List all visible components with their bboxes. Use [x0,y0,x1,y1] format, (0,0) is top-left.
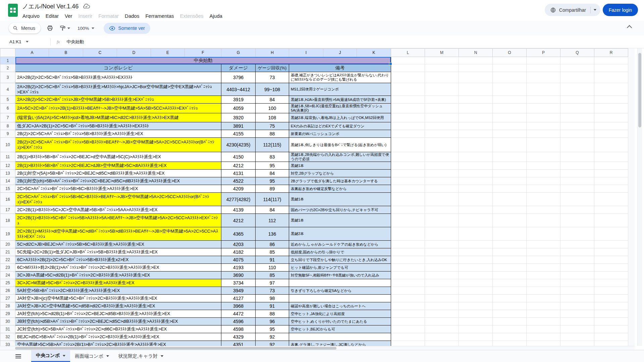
empty-cell[interactable] [493,64,527,72]
note-cell-r30[interactable]: 空中ヒット,めくりが付いたのでたまにあたる [289,318,391,325]
combo-cell-r33[interactable]: 空中A黒鍵>5C>5B>Aﾊﾟﾆｯｼｭ>2B(1)>Bﾊﾟﾆｯｼｭ>2C>Bｽﾗ… [15,341,221,346]
empty-cell[interactable] [425,214,459,227]
sheet-tab-3[interactable]: 状況限定,キャラ対 [114,350,168,362]
empty-cell[interactable] [560,333,594,341]
damage-cell-r28[interactable]: 3968 [221,302,256,310]
combo-cell-r15[interactable]: 2C>5C>Aﾊﾟﾆｯｼｭ>Bﾊﾟﾆｯｼｭ>5B>6C>Bｽﾗｽﾄ派生>Aｽﾗｽ… [15,185,221,193]
chevron-down-icon[interactable] [594,9,596,11]
empty-cell[interactable] [527,122,560,130]
damage-cell-r27[interactable]: 4127 [221,295,256,302]
damage-cell-r22[interactable]: 4075 [221,256,256,264]
empty-cell[interactable] [527,138,560,152]
formula-input[interactable]: 中央始動 [66,39,84,45]
empty-cell[interactable] [493,72,527,83]
empty-cell[interactable] [560,122,594,130]
note-cell-r23[interactable]: ヒット確認から,前ジャンプでも可 [289,264,391,272]
empty-cell[interactable] [560,152,594,162]
empty-cell[interactable] [459,57,493,64]
damage-cell-r9[interactable]: 4155 [221,130,256,138]
notes-header-cell[interactable]: 備考 [289,64,391,72]
empty-cell[interactable] [425,96,459,104]
gauge-cell-r19[interactable]: 136 [256,227,289,241]
empty-cell[interactable] [594,341,628,346]
gauge-cell-r14[interactable]: 95 [256,177,289,185]
empty-cell[interactable] [527,130,560,138]
row-header-24[interactable]: 24 [0,272,15,279]
column-header-K[interactable]: K [357,49,391,57]
empty-cell[interactable] [425,302,459,310]
row-header-29[interactable]: 29 [0,310,15,318]
empty-cell[interactable] [425,185,459,193]
row-header-1[interactable]: 1 [0,57,15,64]
empty-cell[interactable] [594,193,628,206]
combo-cell-r29[interactable]: JA対空(fch)>5C>dl2B(1)>Bﾊﾟﾆｯｼｭ>2C>BEJC>dl5… [15,310,221,318]
empty-cell[interactable] [425,170,459,177]
damage-cell-r17[interactable]: 4139 [221,206,256,214]
gauge-cell-r31[interactable]: 95 [256,325,289,333]
empty-cell[interactable] [527,256,560,264]
empty-cell[interactable] [459,227,493,241]
empty-cell[interactable] [493,214,527,227]
empty-cell[interactable] [459,241,493,248]
empty-cell[interactable] [425,64,459,72]
damage-cell-r23[interactable]: 4193 [221,264,256,272]
damage-cell-r8[interactable]: 3891 [221,122,256,130]
combo-cell-r4[interactable]: 2A>2B(2)>2C>5C>Bﾊﾟﾆｯｼｭ>5B>Bｽﾗｽﾄ派生>Mｽﾗｽﾄ>… [15,83,221,96]
empty-cell[interactable] [391,152,425,162]
empty-cell[interactable] [459,310,493,318]
empty-cell[interactable] [459,162,493,170]
note-cell-r11[interactable]: 黒鍵1本,2B先端からの入れ込みコンボ,難しいが高頻度で使うので必須 [289,152,391,162]
horizontal-scrollbar-thumb[interactable] [15,347,336,350]
row-header-27[interactable]: 27 [0,295,15,302]
row-header-6[interactable]: 6 [0,104,15,113]
name-box[interactable]: A1:K1 [0,39,50,44]
combo-cell-r27[interactable]: JA対空>JB>(jc)空中M黒鍵>5C>Bﾊﾟﾆｯｼｭ>2C>Bｽﾗｽﾄ派生>… [15,295,221,302]
column-header-I[interactable]: I [289,49,323,57]
empty-cell[interactable] [459,325,493,333]
empty-cell[interactable] [493,325,527,333]
damage-cell-r15[interactable]: 4209 [221,185,256,193]
empty-cell[interactable] [493,96,527,104]
empty-cell[interactable] [391,193,425,206]
sheet-tab-2[interactable]: 画面端コンボ [70,350,114,362]
row-header-2[interactable]: 2 [0,64,15,72]
empty-cell[interactable] [425,341,459,346]
empty-cell[interactable] [391,130,425,138]
damage-cell-r7[interactable]: 3920 [221,113,256,122]
zoom-control[interactable]: 100% [77,26,94,31]
share-button[interactable]: Compartilhar [545,4,600,16]
note-cell-r16[interactable]: 黒鍵1本 [289,193,391,206]
gauge-cell-r17[interactable]: 84 [256,206,289,214]
paint-format-button[interactable] [59,25,70,32]
gauge-header-cell[interactable]: ゲージ回収(%) [256,64,289,72]
empty-cell[interactable] [527,241,560,248]
row-header-10[interactable]: 10 [0,138,15,152]
gauge-cell-r7[interactable]: 108 [256,113,289,122]
empty-cell[interactable] [425,162,459,170]
note-cell-r7[interactable]: 黒鍵2本,端背負い,着地JBは上入れっぱでOK,MS2回使用 [289,113,391,122]
empty-cell[interactable] [560,325,594,333]
empty-cell[interactable] [391,287,425,295]
combo-cell-r30[interactable]: JB対空(fch)>d5B>Aﾊﾟﾆｯｼｭ>Bﾊﾟﾆｯｼｭ>2C>BEJC>dl… [15,318,221,325]
empty-cell[interactable] [560,295,594,302]
sheets-logo-icon[interactable] [8,4,18,17]
empty-cell[interactable] [459,152,493,162]
combo-cell-r5[interactable]: 2A>2B(2)>5C>2C>Bﾊﾟﾆｯｼｭ>JB>空中M黒鍵>5B>Bｽﾗｽﾄ… [15,96,221,104]
empty-cell[interactable] [391,138,425,152]
empty-cell[interactable] [493,248,527,256]
empty-cell[interactable] [425,310,459,318]
empty-cell[interactable] [594,256,628,264]
gauge-cell-r11[interactable]: 83 [256,152,289,162]
note-cell-r31[interactable]: 空中ヒット,BEJCからも可 [289,325,391,333]
empty-cell[interactable] [459,295,493,302]
gauge-cell-r18[interactable]: 112 [256,214,289,227]
empty-cell[interactable] [527,248,560,256]
damage-cell-r29[interactable]: 4472 [221,310,256,318]
recipe-header-cell[interactable]: コンボレシピ [15,64,221,72]
empty-cell[interactable] [459,193,493,206]
note-cell-r19[interactable]: 黒鍵2本 [289,227,391,241]
empty-cell[interactable] [493,279,527,287]
empty-cell[interactable] [560,162,594,170]
all-sheets-button[interactable] [15,354,21,358]
row-header-18[interactable]: 18 [0,214,15,227]
